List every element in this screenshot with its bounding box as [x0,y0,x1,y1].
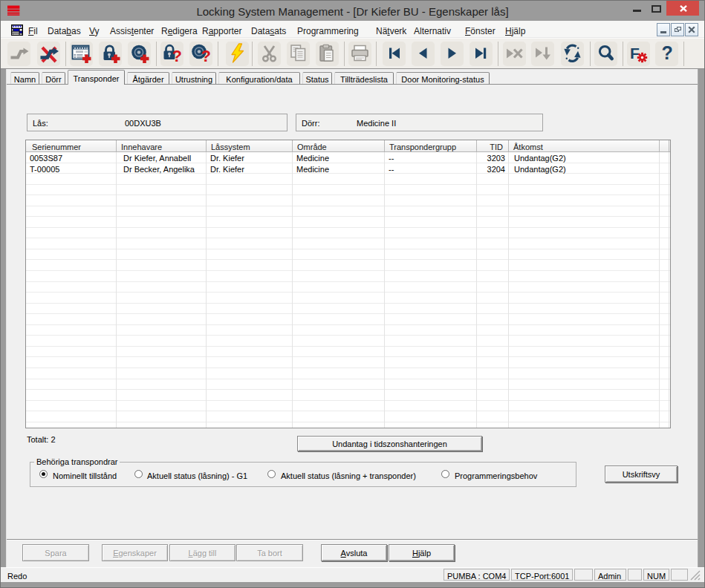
svg-text:F: F [630,45,640,62]
svg-text:?: ? [172,47,182,65]
svg-text:?: ? [201,47,211,65]
svg-text:?: ? [662,42,673,63]
